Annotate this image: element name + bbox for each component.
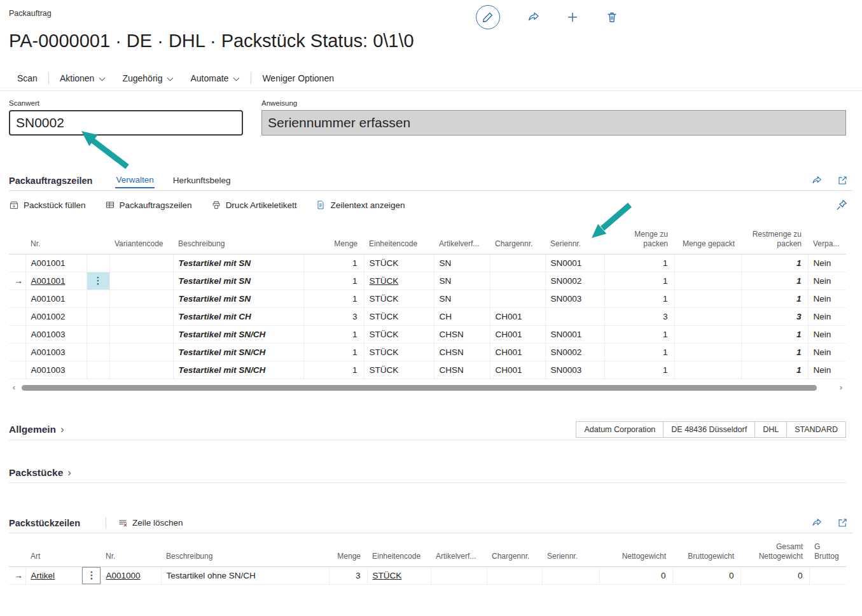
cell-nr[interactable]: A001003 <box>25 343 87 361</box>
scrollbar-thumb[interactable] <box>22 385 817 391</box>
cell-menge[interactable]: 1 <box>303 272 364 290</box>
table-row[interactable]: A001003 Testartikel mit SN/CH 1 STÜCK CH… <box>9 361 846 379</box>
scroll-right-icon[interactable]: › <box>836 383 846 392</box>
table-row[interactable]: A001001 Testartikel mit SN 1 STÜCK SN SN… <box>9 254 846 272</box>
menu-item-aktionen[interactable]: Aktionen <box>52 73 114 83</box>
row-menu-cell[interactable] <box>87 307 109 325</box>
toolbar-zeile-loeschen[interactable]: Zeile löschen <box>118 518 183 528</box>
cell-beschreibung[interactable]: Testartikel mit SN/CH <box>173 343 303 361</box>
cell-artikelverf[interactable]: CHSN <box>434 325 490 343</box>
cell-einheitencode[interactable]: STÜCK <box>364 290 434 307</box>
cell-seriennr[interactable]: SN0003 <box>545 290 604 307</box>
fasttab-allgemein-title[interactable]: Allgemein <box>9 424 56 435</box>
col-header-einheitencode[interactable]: Einheitencode <box>367 533 431 566</box>
toolbar-zeilentext-anzeigen[interactable]: Zeilentext anzeigen <box>316 200 405 210</box>
cell-restmenge[interactable]: 3 <box>741 307 808 325</box>
row-menu-cell[interactable] <box>87 254 109 272</box>
open-in-new-window-button[interactable] <box>837 175 848 186</box>
cell-nr[interactable]: A001003 <box>25 361 87 379</box>
cell-menge-zu-packen[interactable]: 1 <box>604 272 674 290</box>
cell-chargennr[interactable] <box>490 272 545 290</box>
col-header-seriennr[interactable]: Seriennr. <box>542 533 599 566</box>
col-header-menge[interactable]: Menge <box>329 533 367 566</box>
cell-menge[interactable]: 1 <box>303 290 364 307</box>
pin-button[interactable] <box>835 199 853 211</box>
cell-restmenge[interactable]: 1 <box>741 325 808 343</box>
cell-restmenge[interactable]: 1 <box>741 290 808 307</box>
col-header-gesamt-nettogewicht[interactable]: Gesamt Nettogewicht <box>740 533 809 566</box>
cell-nr[interactable]: A001000 <box>101 566 161 584</box>
cell-einheitencode[interactable]: STÜCK <box>364 307 434 325</box>
toolbar-packstueck-fuellen[interactable]: Packstück füllen <box>9 200 86 210</box>
cell-einheitencode[interactable]: STÜCK <box>364 254 434 272</box>
cell-restmenge[interactable]: 1 <box>741 343 808 361</box>
cell-seriennr[interactable] <box>542 566 599 584</box>
cell-bruttogewicht[interactable]: 0 <box>672 566 740 584</box>
cell-gesamt-nettogewicht[interactable]: 0 <box>740 566 809 584</box>
delete-button[interactable] <box>606 11 618 24</box>
cell-nr[interactable]: A001001 <box>25 254 87 272</box>
cell-artikelverf[interactable]: SN <box>434 272 490 290</box>
col-header-beschreibung[interactable]: Beschreibung <box>161 533 329 566</box>
row-menu-cell[interactable] <box>87 361 109 379</box>
cell-menge-zu-packen[interactable]: 1 <box>604 290 674 307</box>
cell-einheitencode[interactable]: STÜCK <box>364 343 434 361</box>
summary-customer[interactable]: Adatum Corporation <box>576 421 664 438</box>
cell-menge[interactable]: 1 <box>303 361 364 379</box>
toolbar-packauftragszeilen[interactable]: Packauftragszeilen <box>105 200 192 210</box>
cell-chargennr[interactable] <box>487 566 542 584</box>
cell-nr[interactable]: A001003 <box>25 325 87 343</box>
cell-gesamt-bruttogewicht[interactable] <box>809 566 846 584</box>
row-menu-button[interactable]: ⋮ <box>81 566 101 584</box>
cell-menge[interactable]: 1 <box>303 254 364 272</box>
cell-einheitencode[interactable]: STÜCK <box>364 272 434 290</box>
cell-artikelverf[interactable]: CHSN <box>434 361 490 379</box>
cell-menge-gepackt[interactable] <box>674 361 741 379</box>
scan-value-input[interactable] <box>9 110 243 136</box>
cell-artikelverf[interactable]: SN <box>434 254 490 272</box>
section-chevron-icon[interactable]: › <box>60 423 64 436</box>
cell-verpackung[interactable]: Nein <box>808 254 846 272</box>
cell-menge-gepackt[interactable] <box>674 343 741 361</box>
cell-einheitencode[interactable]: STÜCK <box>367 566 431 584</box>
col-header-artikelverf[interactable]: Artikelverf... <box>431 533 487 566</box>
cell-verpackung[interactable]: Nein <box>808 361 846 379</box>
cell-menge[interactable]: 1 <box>303 343 364 361</box>
cell-chargennr[interactable] <box>490 290 545 307</box>
col-header-gesamt-bruttogewicht[interactable]: G Bruttog <box>809 533 846 566</box>
cell-menge-gepackt[interactable] <box>674 325 741 343</box>
fasttab-packstuecke-title[interactable]: Packstücke <box>9 467 63 479</box>
col-header-nr[interactable]: Nr. <box>25 220 87 254</box>
col-header-art[interactable]: Art <box>25 533 81 566</box>
col-header-beschreibung[interactable]: Beschreibung <box>173 220 303 254</box>
cell-beschreibung[interactable]: Testartikel mit CH <box>173 307 303 325</box>
cell-menge-zu-packen[interactable]: 1 <box>604 325 674 343</box>
cell-seriennr[interactable]: SN0001 <box>545 254 604 272</box>
cell-restmenge[interactable]: 1 <box>741 272 808 290</box>
cell-chargennr[interactable]: CH001 <box>490 343 545 361</box>
cell-chargennr[interactable] <box>490 254 545 272</box>
cell-variantencode[interactable] <box>109 361 173 379</box>
summary-carrier[interactable]: DHL <box>754 421 787 438</box>
table-row-selected[interactable]: → A001001 ⋮ Testartikel mit SN 1 STÜCK S… <box>9 272 846 290</box>
cell-beschreibung[interactable]: Testartikel mit SN <box>173 272 303 290</box>
share-part-button[interactable] <box>811 517 822 528</box>
cell-chargennr[interactable]: CH001 <box>490 307 545 325</box>
cell-chargennr[interactable]: CH001 <box>490 361 545 379</box>
cell-menge[interactable]: 3 <box>303 307 364 325</box>
cell-beschreibung[interactable]: Testartikel mit SN/CH <box>173 325 303 343</box>
cell-verpackung[interactable]: Nein <box>808 290 846 307</box>
cell-menge-zu-packen[interactable]: 3 <box>604 307 674 325</box>
cell-verpackung[interactable]: Nein <box>808 307 846 325</box>
cell-seriennr[interactable]: SN0002 <box>545 343 604 361</box>
menu-item-scan[interactable]: Scan <box>9 73 46 83</box>
cell-menge-gepackt[interactable] <box>674 272 741 290</box>
col-header-menge-gepackt[interactable]: Menge gepackt <box>674 220 741 254</box>
cell-variantencode[interactable] <box>109 290 173 307</box>
cell-seriennr[interactable]: SN0002 <box>545 272 604 290</box>
col-header-menge-zu-packen[interactable]: Menge zu packen <box>604 220 674 254</box>
cell-einheitencode[interactable]: STÜCK <box>364 325 434 343</box>
col-header-bruttogewicht[interactable]: Bruttogewicht <box>672 533 740 566</box>
row-menu-button[interactable]: ⋮ <box>87 272 109 290</box>
table-row[interactable]: A001003 Testartikel mit SN/CH 1 STÜCK CH… <box>9 343 846 361</box>
